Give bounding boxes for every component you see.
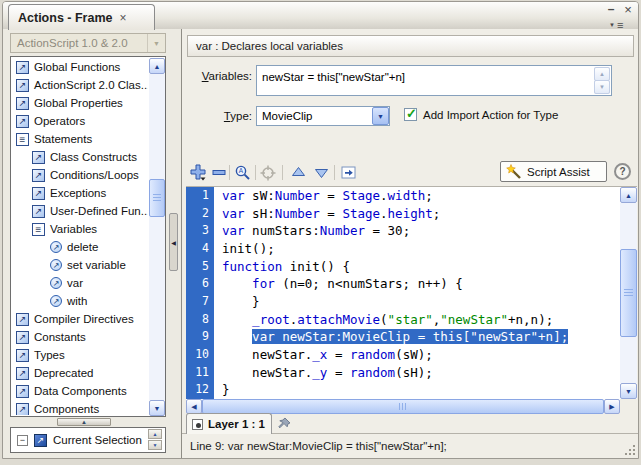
dropdown-chevron-icon[interactable]: ▼ bbox=[147, 34, 165, 52]
code-line-5[interactable]: function init() { bbox=[214, 258, 620, 276]
tree-scrollbar-thumb[interactable] bbox=[149, 179, 165, 217]
tree-item-global-functions[interactable]: ↗Global Functions bbox=[12, 58, 148, 76]
line-number: 10 bbox=[186, 346, 214, 364]
tree-item-set-variable[interactable]: ↗set variable bbox=[12, 256, 148, 274]
script-assist-label: Script Assist bbox=[527, 166, 590, 178]
tree-item-components[interactable]: ↗Components bbox=[12, 400, 148, 415]
collapse-expander-icon[interactable]: − bbox=[17, 435, 28, 446]
code-scroll-up-icon[interactable]: ▲ bbox=[620, 187, 637, 203]
tree-item-exceptions[interactable]: ↗Exceptions bbox=[12, 184, 148, 202]
actions-toolbox: ↗Global Functions↗ActionScript 2.0 Clas.… bbox=[10, 56, 166, 417]
tree-item-data-components[interactable]: ↗Data Components bbox=[12, 382, 148, 400]
variables-input[interactable]: newStar = this["newStar"+n] ▲ ▼ bbox=[256, 65, 612, 96]
code-line-1[interactable]: var sW:Number = Stage.width; bbox=[214, 187, 620, 205]
minimize-icon[interactable]: – bbox=[604, 5, 618, 18]
selection-scroll-down-icon[interactable]: ▼ bbox=[148, 440, 162, 450]
tree-item-types[interactable]: ↗Types bbox=[12, 346, 148, 364]
tree-item-label: var bbox=[67, 277, 83, 289]
variables-label: Variables: bbox=[190, 70, 252, 82]
code-line-9[interactable]: var newStar:MovieClip = this["newStar"+n… bbox=[214, 328, 620, 346]
tree-item-constants[interactable]: ↗Constants bbox=[12, 328, 148, 346]
code-line-8[interactable]: _root.attachMovie("star","newStar"+n,n); bbox=[214, 311, 620, 329]
find-button[interactable]: A bbox=[233, 163, 253, 182]
code-line-7[interactable]: } bbox=[214, 293, 620, 311]
tree-item-operators[interactable]: ↗Operators bbox=[12, 112, 148, 130]
tree-item-statements[interactable]: ≡Statements bbox=[12, 130, 148, 148]
tree-scrollbar[interactable] bbox=[149, 74, 165, 400]
book-arrow-icon: ↗ bbox=[32, 187, 45, 200]
variables-scroll-down-icon[interactable]: ▼ bbox=[594, 80, 610, 94]
code-lines[interactable]: var sW:Number = Stage.width;var sH:Numbe… bbox=[214, 187, 620, 399]
code-line-10[interactable]: newStar._x = random(sW); bbox=[214, 346, 620, 364]
tree-item-compiler-directives[interactable]: ↗Compiler Directives bbox=[12, 310, 148, 328]
variables-scrollbar[interactable]: ▲ ▼ bbox=[594, 67, 610, 94]
line-number: 6 bbox=[186, 275, 214, 293]
code-line-11[interactable]: newStar._y = random(sH); bbox=[214, 364, 620, 382]
actionscript-version-select[interactable]: ActionScript 1.0 & 2.0 ▼ bbox=[10, 33, 166, 53]
tree-scroll-up-icon[interactable]: ▲ bbox=[149, 58, 165, 74]
close-icon[interactable]: × bbox=[621, 3, 635, 17]
code-hscrollbar[interactable]: ◀ ▶ bbox=[186, 399, 620, 414]
help-button[interactable]: ? bbox=[614, 163, 631, 180]
resize-grip[interactable] bbox=[624, 444, 636, 456]
code-hscroll-thumb[interactable] bbox=[202, 399, 604, 414]
panel-collapse-handle[interactable]: ◀ bbox=[169, 213, 178, 271]
tree-item-global-properties[interactable]: ↗Global Properties bbox=[12, 94, 148, 112]
code-line-4[interactable]: init(); bbox=[214, 240, 620, 258]
tree-item-conditions-loops[interactable]: ↗Conditions/Loops bbox=[12, 166, 148, 184]
tree-splitter-handle[interactable]: ▲ bbox=[57, 418, 111, 426]
triangle-up-icon bbox=[290, 164, 307, 181]
code-scroll-down-icon[interactable]: ▼ bbox=[620, 383, 637, 399]
code-vscrollbar[interactable]: ▲ ▼ bbox=[620, 187, 637, 399]
move-up-button[interactable] bbox=[288, 163, 308, 182]
code-line-12[interactable]: } bbox=[214, 381, 620, 399]
delete-item-button[interactable] bbox=[209, 163, 229, 182]
tree-item-var[interactable]: ↗var bbox=[12, 274, 148, 292]
tree-item-with[interactable]: ↗with bbox=[12, 292, 148, 310]
add-import-checkbox[interactable]: ✓ bbox=[404, 108, 417, 121]
type-select[interactable]: MovieClip ▼ bbox=[256, 106, 390, 126]
variables-scroll-up-icon[interactable]: ▲ bbox=[594, 67, 610, 81]
magic-wand-icon bbox=[506, 164, 522, 180]
tree-item-label: Conditions/Loops bbox=[50, 169, 139, 181]
add-item-button[interactable] bbox=[188, 163, 208, 182]
code-vscroll-thumb[interactable] bbox=[620, 249, 637, 337]
status-bar: Line 9: var newStar:MovieClip = this["ne… bbox=[182, 433, 638, 458]
book-arrow-icon: ↗ bbox=[16, 367, 29, 380]
action-circle-icon: ↗ bbox=[50, 277, 62, 289]
type-dropdown-chevron-icon[interactable]: ▼ bbox=[372, 107, 389, 125]
tree-item-actionscript-2-0-clas[interactable]: ↗ActionScript 2.0 Clas... bbox=[12, 76, 148, 94]
selection-scroll-up-icon[interactable]: ▲ bbox=[148, 429, 162, 439]
code-line-3[interactable]: var numStars:Number = 30; bbox=[214, 222, 620, 240]
tab-actions-frame[interactable]: Actions - Frame × bbox=[8, 4, 155, 30]
current-selection-pane[interactable]: − ↗ Current Selection bbox=[10, 427, 166, 453]
tree-item-class-constructs[interactable]: ↗Class Constructs bbox=[12, 148, 148, 166]
script-assist-button[interactable]: Script Assist bbox=[500, 161, 607, 182]
book-arrow-icon: ↗ bbox=[16, 331, 29, 344]
tree-item-user-defined-fun[interactable]: ↗User-Defined Fun... bbox=[12, 202, 148, 220]
checkbox-check-icon: ✓ bbox=[406, 106, 417, 121]
tree-item-label: Constants bbox=[34, 331, 86, 343]
code-line-6[interactable]: for (n=0; n<numStars; n++) { bbox=[214, 275, 620, 293]
move-down-button[interactable] bbox=[311, 163, 331, 182]
tree-item-label: delete bbox=[67, 241, 98, 253]
insert-target-path-button[interactable] bbox=[258, 163, 278, 182]
pin-script-button[interactable] bbox=[276, 416, 292, 432]
tree-scroll-down-icon[interactable]: ▼ bbox=[149, 400, 165, 416]
code-scroll-left-icon[interactable]: ◀ bbox=[186, 399, 202, 414]
book-arrow-icon: ↗ bbox=[16, 61, 29, 74]
tree-item-label: Components bbox=[34, 403, 99, 415]
tree-item-deprecated[interactable]: ↗Deprecated bbox=[12, 364, 148, 382]
book-arrow-icon: ↗ bbox=[32, 151, 45, 164]
question-icon: ? bbox=[619, 166, 625, 177]
tree-item-label: Class Constructs bbox=[50, 151, 137, 163]
tree-item-variables[interactable]: ≡Variables bbox=[12, 220, 148, 238]
tree-item-delete[interactable]: ↗delete bbox=[12, 238, 148, 256]
code-line-2[interactable]: var sH:Number = Stage.height; bbox=[214, 205, 620, 223]
script-tab-layer1[interactable]: Layer 1 : 1 bbox=[186, 413, 272, 434]
tab-close-icon[interactable]: × bbox=[119, 13, 126, 23]
book-arrow-icon: ↗ bbox=[16, 97, 29, 110]
show-code-hint-button[interactable] bbox=[339, 163, 359, 182]
tree-item-label: Global Properties bbox=[34, 97, 123, 109]
code-scroll-right-icon[interactable]: ▶ bbox=[604, 399, 620, 414]
